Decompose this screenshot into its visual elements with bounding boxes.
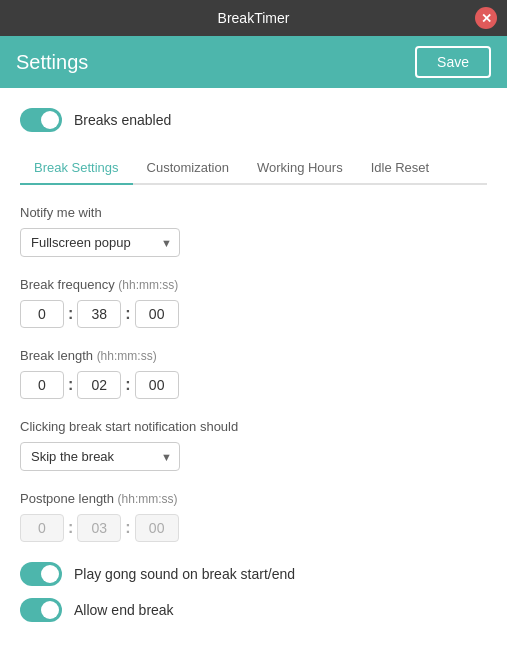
allow-end-break-label: Allow end break <box>74 602 174 618</box>
break-length-label: Break length (hh:mm:ss) <box>20 348 487 363</box>
save-button[interactable]: Save <box>415 46 491 78</box>
tabs-bar: Break Settings Customization Working Hou… <box>20 152 487 185</box>
allow-end-break-slider[interactable] <box>20 598 62 622</box>
breaks-enabled-row: Breaks enabled <box>20 104 487 136</box>
play-gong-slider[interactable] <box>20 562 62 586</box>
break-length-seconds[interactable] <box>135 371 179 399</box>
notify-select[interactable]: Fullscreen popup Notification Both <box>20 228 180 257</box>
break-length-time: : : <box>20 371 487 399</box>
break-frequency-time: : : <box>20 300 487 328</box>
toggle-slider[interactable] <box>20 108 62 132</box>
title-bar: BreakTimer ✕ <box>0 0 507 36</box>
time-sep-2: : <box>125 305 130 323</box>
break-frequency-group: Break frequency (hh:mm:ss) : : <box>20 277 487 328</box>
clicking-break-label: Clicking break start notification should <box>20 419 487 434</box>
app-title: BreakTimer <box>218 10 290 26</box>
clicking-break-select[interactable]: Skip the break Postpone Do nothing <box>20 442 180 471</box>
break-frequency-minutes[interactable] <box>77 300 121 328</box>
postpone-length-label: Postpone length (hh:mm:ss) <box>20 491 487 506</box>
break-length-hours[interactable] <box>20 371 64 399</box>
time-sep-4: : <box>125 376 130 394</box>
postpone-length-minutes[interactable] <box>77 514 121 542</box>
break-frequency-label: Break frequency (hh:mm:ss) <box>20 277 487 292</box>
main-content: Breaks enabled Break Settings Customizat… <box>0 88 507 647</box>
time-sep-3: : <box>68 376 73 394</box>
close-button[interactable]: ✕ <box>475 7 497 29</box>
postpone-length-group: Postpone length (hh:mm:ss) : : <box>20 491 487 542</box>
break-frequency-seconds[interactable] <box>135 300 179 328</box>
notify-select-wrapper: Fullscreen popup Notification Both ▼ <box>20 228 180 257</box>
page-title: Settings <box>16 51 88 74</box>
postpone-length-time: : : <box>20 514 487 542</box>
settings-header: Settings Save <box>0 36 507 88</box>
clicking-break-group: Clicking break start notification should… <box>20 419 487 471</box>
break-length-minutes[interactable] <box>77 371 121 399</box>
break-frequency-hours[interactable] <box>20 300 64 328</box>
clicking-break-select-wrapper: Skip the break Postpone Do nothing ▼ <box>20 442 180 471</box>
tab-customization[interactable]: Customization <box>133 152 243 185</box>
postpone-length-seconds[interactable] <box>135 514 179 542</box>
break-length-group: Break length (hh:mm:ss) : : <box>20 348 487 399</box>
time-sep-5: : <box>68 519 73 537</box>
play-gong-row: Play gong sound on break start/end <box>20 562 487 586</box>
breaks-enabled-toggle[interactable] <box>20 108 62 132</box>
notify-group: Notify me with Fullscreen popup Notifica… <box>20 205 487 257</box>
allow-end-break-row: Allow end break <box>20 598 487 622</box>
play-gong-toggle[interactable] <box>20 562 62 586</box>
postpone-length-hours[interactable] <box>20 514 64 542</box>
play-gong-label: Play gong sound on break start/end <box>74 566 295 582</box>
breaks-enabled-label: Breaks enabled <box>74 112 171 128</box>
tab-working-hours[interactable]: Working Hours <box>243 152 357 185</box>
time-sep-6: : <box>125 519 130 537</box>
tab-idle-reset[interactable]: Idle Reset <box>357 152 444 185</box>
allow-end-break-toggle[interactable] <box>20 598 62 622</box>
notify-label: Notify me with <box>20 205 487 220</box>
tab-break-settings[interactable]: Break Settings <box>20 152 133 185</box>
time-sep-1: : <box>68 305 73 323</box>
